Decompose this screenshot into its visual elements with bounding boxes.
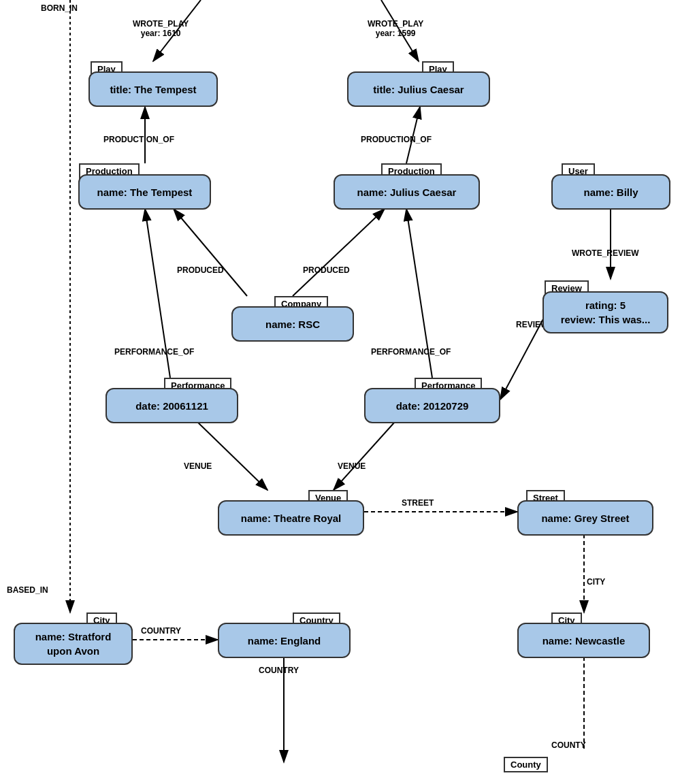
perf-of-2-label: PERFORMANCE_OF xyxy=(371,347,451,357)
produced-1-label: PRODUCED xyxy=(177,265,224,275)
venue-node: name: Theatre Royal xyxy=(218,500,364,536)
wrote-play-1599-label: WROTE_PLAYyear: 1599 xyxy=(368,19,423,38)
prod-caesar-node: name: Julius Caesar xyxy=(334,174,480,210)
perf-of-1-label: PERFORMANCE_OF xyxy=(114,347,194,357)
user-billy-node: name: Billy xyxy=(551,174,670,210)
perf2-node: date: 20120729 xyxy=(364,388,500,423)
play-caesar-node: title: Julius Caesar xyxy=(347,71,490,107)
wrote-play-1610-label: WROTE_PLAYyear: 1610 xyxy=(133,19,189,38)
produced-2-label: PRODUCED xyxy=(303,265,350,275)
svg-line-11 xyxy=(197,422,268,490)
svg-line-5 xyxy=(174,209,247,296)
company-rsc-node: name: RSC xyxy=(231,306,354,342)
svg-line-12 xyxy=(334,422,395,490)
diagram: BORN_IN WROTE_PLAYyear: 1610 WROTE_PLAYy… xyxy=(0,0,697,784)
prod-tempest-node: name: The Tempest xyxy=(78,174,211,210)
prod-of-1-label: PRODUCTION_OF xyxy=(103,135,174,144)
country-1-label: COUNTRY xyxy=(141,626,181,636)
venue-2-label: VENUE xyxy=(338,461,366,471)
city-newcastle-node: name: Newcastle xyxy=(517,623,650,658)
county-label-tag: County xyxy=(504,757,548,772)
venue-1-label: VENUE xyxy=(184,461,212,471)
play-tempest-node: title: The Tempest xyxy=(88,71,218,107)
county2-label: COUNTY xyxy=(551,740,586,750)
prod-of-2-label: PRODUCTION_OF xyxy=(361,135,432,144)
street-node: name: Grey Street xyxy=(517,500,653,536)
based-in-label: BASED_IN xyxy=(7,585,48,595)
born-in-label: BORN_IN xyxy=(41,3,78,13)
review-node: rating: 5 review: This was... xyxy=(542,291,668,333)
country-england-node: name: England xyxy=(218,623,351,658)
country-2-label: COUNTRY xyxy=(259,666,299,675)
wrote-review-label: WROTE_REVIEW xyxy=(572,248,639,258)
perf1-node: date: 20061121 xyxy=(106,388,238,423)
arrows-svg xyxy=(0,0,697,784)
svg-line-6 xyxy=(293,209,385,296)
city-label: CITY xyxy=(587,577,605,587)
street-label: STREET xyxy=(402,498,434,508)
city-stratford-node: name: Stratford upon Avon xyxy=(14,623,133,665)
